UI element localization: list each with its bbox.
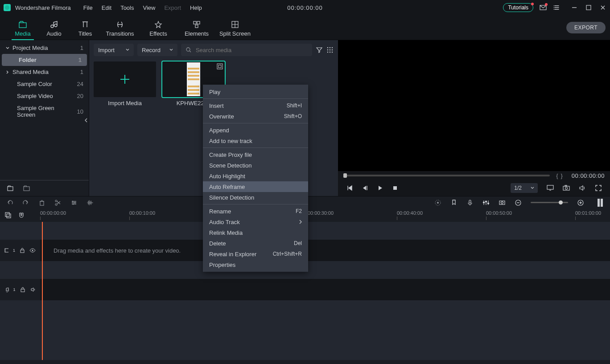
zoom-slider-knob[interactable] xyxy=(559,200,563,204)
undo-icon[interactable] xyxy=(6,199,13,206)
tab-media[interactable]: Media xyxy=(7,20,38,40)
context-menu[interactable]: PlayInsertShift+IOverwriteShift+OAppendA… xyxy=(203,85,308,272)
sidebar-item-sample-green-screen[interactable]: Sample Green Screen10 xyxy=(0,102,89,121)
search-input[interactable] xyxy=(195,46,308,54)
menu-item-label: Auto Reframe xyxy=(209,184,245,190)
scrubber-track[interactable] xyxy=(343,175,550,176)
menu-item-auto-highlight[interactable]: Auto Highlight xyxy=(203,171,308,181)
filter-icon[interactable] xyxy=(316,46,323,53)
mail-icon[interactable] xyxy=(540,4,547,11)
sidebar-item-shared-media[interactable]: Shared Media1 xyxy=(0,66,89,78)
eye-icon[interactable] xyxy=(29,247,36,254)
search-box[interactable] xyxy=(181,44,312,56)
menu-item-append[interactable]: Append xyxy=(203,125,308,135)
import-dropdown[interactable]: Import xyxy=(94,44,134,56)
toggle-panel-icon[interactable] xyxy=(597,199,604,206)
tab-titles[interactable]: Titles xyxy=(70,20,101,40)
menu-edit[interactable]: Edit xyxy=(98,3,115,13)
zoom-out-icon[interactable] xyxy=(515,199,522,206)
sidebar-item-folder[interactable]: Folder1 xyxy=(2,54,87,66)
menu-item-relink-media[interactable]: Relink Media xyxy=(203,227,308,238)
tab-elements[interactable]: Elements xyxy=(177,20,216,40)
tutorials-button[interactable]: Tutorials xyxy=(503,3,533,12)
plus-icon xyxy=(120,75,129,84)
menu-item-create-proxy-file[interactable]: Create Proxy file xyxy=(203,149,308,160)
audio-track-1[interactable]: 1 xyxy=(0,279,610,300)
menu-item-delete[interactable]: DeleteDel xyxy=(203,238,308,249)
ruler[interactable]: 00:00:00:0000:00:10:0000:00:30:0000:00:4… xyxy=(40,209,610,222)
sidebar-item-project-media[interactable]: Project Media1 xyxy=(0,42,89,54)
menu-item-audio-track[interactable]: Audio Track xyxy=(203,217,308,227)
in-out-markers[interactable]: {} xyxy=(556,172,563,179)
scrubber-playhead[interactable] xyxy=(343,173,347,178)
menu-item-rename[interactable]: RenameF2 xyxy=(203,206,308,217)
video-track-lane[interactable]: Drag media and effects here to create yo… xyxy=(40,240,610,261)
menu-view[interactable]: View xyxy=(139,3,159,13)
audio-track-lane[interactable] xyxy=(40,279,610,300)
menu-tools[interactable]: Tools xyxy=(117,3,137,13)
render-icon[interactable] xyxy=(434,199,441,206)
prev-frame-icon[interactable] xyxy=(361,184,368,192)
zoom-in-icon[interactable] xyxy=(577,199,584,206)
menu-item-insert[interactable]: InsertShift+I xyxy=(203,100,308,111)
menu-file[interactable]: File xyxy=(80,3,96,13)
tab-transitions[interactable]: Transitions xyxy=(101,20,139,40)
menu-item-auto-reframe[interactable]: Auto Reframe xyxy=(203,181,308,192)
sidebar-collapse-button[interactable] xyxy=(84,116,88,125)
main-toolbar: MediaAudioTitlesTransitionsEffectsElemen… xyxy=(0,15,610,40)
keyframe-icon[interactable] xyxy=(499,199,506,206)
delete-icon[interactable] xyxy=(38,199,45,206)
sidebar-item-count: 24 xyxy=(77,81,83,87)
maximize-button[interactable] xyxy=(585,4,592,11)
tab-audio[interactable]: Audio xyxy=(38,20,70,40)
drop-hint-label: Drag media and effects here to create yo… xyxy=(54,247,181,254)
menu-item-overwrite[interactable]: OverwriteShift+O xyxy=(203,111,308,122)
folder-icon[interactable] xyxy=(23,185,30,192)
tab-effects[interactable]: Effects xyxy=(139,20,177,40)
minimize-button[interactable] xyxy=(571,4,578,11)
mixer-icon[interactable] xyxy=(482,199,490,206)
list-icon[interactable] xyxy=(553,4,560,11)
step-back-icon[interactable] xyxy=(346,184,353,192)
preview-screen[interactable] xyxy=(338,40,610,171)
new-folder-icon[interactable] xyxy=(7,185,14,192)
redo-icon[interactable] xyxy=(22,199,29,206)
stop-icon[interactable] xyxy=(392,184,399,192)
display-icon[interactable] xyxy=(547,184,554,192)
zoom-slider[interactable] xyxy=(531,202,568,203)
close-button[interactable] xyxy=(599,4,606,11)
marker-icon[interactable] xyxy=(450,199,458,206)
split-screen-icon xyxy=(231,20,239,29)
sidebar-item-sample-video[interactable]: Sample Video20 xyxy=(0,90,89,102)
grid-icon[interactable] xyxy=(326,46,334,53)
fullscreen-icon[interactable] xyxy=(595,184,602,192)
lock-icon[interactable] xyxy=(20,286,26,293)
svg-point-16 xyxy=(330,49,330,50)
lock-icon[interactable] xyxy=(20,247,25,254)
play-icon[interactable] xyxy=(376,184,383,192)
menu-item-label: Rename xyxy=(209,208,231,215)
track-add-icon[interactable] xyxy=(4,212,12,219)
record-dropdown[interactable]: Record xyxy=(137,44,177,56)
split-icon[interactable] xyxy=(54,199,62,206)
tab-split-screen[interactable]: Split Screen xyxy=(216,20,254,40)
menu-help[interactable]: Help xyxy=(186,3,206,13)
menu-item-reveal-in-explorer[interactable]: Reveal in ExplorerCtrl+Shift+R xyxy=(203,249,308,259)
menu-item-scene-detection[interactable]: Scene Detection xyxy=(203,160,308,171)
mic-icon[interactable] xyxy=(466,199,474,206)
settings-icon[interactable] xyxy=(70,199,78,206)
export-button[interactable]: EXPORT xyxy=(566,22,606,33)
preview-scrubber[interactable]: {} 00:00:00:00 xyxy=(338,171,610,180)
audio-wave-icon[interactable] xyxy=(87,199,94,206)
menu-item-silence-detection[interactable]: Silence Detection xyxy=(203,192,308,203)
import-media-tile[interactable]: Import Media xyxy=(94,61,156,106)
magnet-icon[interactable] xyxy=(18,212,25,219)
menu-item-play[interactable]: Play xyxy=(203,86,308,97)
sidebar-item-sample-color[interactable]: Sample Color24 xyxy=(0,78,89,90)
speaker-icon[interactable] xyxy=(30,286,36,293)
snapshot-icon[interactable] xyxy=(563,184,570,192)
menu-item-properties[interactable]: Properties xyxy=(203,259,308,270)
preview-quality-dropdown[interactable]: 1/2 xyxy=(511,183,538,193)
menu-item-add-to-new-track[interactable]: Add to new track xyxy=(203,135,308,146)
volume-icon[interactable] xyxy=(579,184,586,192)
